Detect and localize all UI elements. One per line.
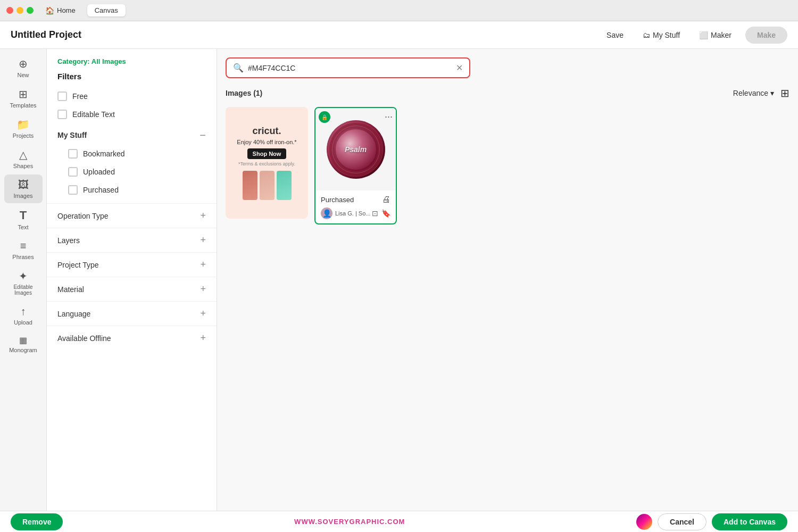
- minimize-button[interactable]: [16, 7, 23, 14]
- app-header: Untitled Project Save 🗂 My Stuff ⬜ Maker…: [0, 21, 798, 49]
- filter-free[interactable]: Free: [47, 87, 217, 105]
- layers-label: Layers: [57, 236, 80, 245]
- language-expand-icon[interactable]: +: [200, 308, 206, 319]
- language-header[interactable]: Language +: [57, 308, 206, 319]
- category-title: Category: All Images: [47, 57, 217, 72]
- sidebar-new-label: New: [17, 72, 29, 78]
- language-label: Language: [57, 310, 90, 318]
- layers-header[interactable]: Layers +: [57, 235, 206, 246]
- material-header[interactable]: Material +: [57, 284, 206, 295]
- card-lock-badge: 🔒: [319, 111, 330, 123]
- color-picker-button[interactable]: [636, 514, 652, 530]
- available-offline-label: Available Offline: [57, 334, 111, 343]
- uploaded-label: Uploaded: [83, 168, 115, 176]
- print-icon: 🖨: [382, 195, 390, 204]
- search-input[interactable]: [248, 64, 452, 72]
- card-author-name: Lisa G. | So...: [335, 210, 370, 217]
- material-expand-icon[interactable]: +: [200, 284, 206, 295]
- maximize-button[interactable]: [27, 7, 34, 14]
- sidebar-item-upload[interactable]: ↑ Upload: [4, 301, 43, 330]
- image-card[interactable]: 🔒 ··· Psalm Purchased 🖨: [314, 107, 397, 225]
- sidebar-item-templates[interactable]: ⊞ Templates: [4, 84, 43, 113]
- search-icon: 🔍: [233, 63, 244, 73]
- bottom-bar: Remove WWW.SOVERYGRAPHIC.COM Cancel Add …: [0, 511, 798, 532]
- tab-home[interactable]: 🏠 Home: [38, 4, 83, 17]
- sidebar-item-phrases[interactable]: ≡ Phrases: [4, 236, 43, 264]
- make-button[interactable]: Make: [745, 27, 787, 44]
- filter-editable-text[interactable]: Editable Text: [47, 105, 217, 123]
- card-actions: 👤 Lisa G. | So... ⊡ 🔖: [315, 207, 396, 223]
- mystuff-label: My Stuff: [653, 31, 680, 39]
- relevance-label: Relevance: [733, 89, 768, 97]
- uploaded-checkbox[interactable]: [68, 167, 78, 177]
- filter-bookmarked[interactable]: Bookmarked: [57, 145, 206, 163]
- free-checkbox[interactable]: [57, 92, 67, 101]
- sidebar-projects-label: Projects: [13, 132, 34, 139]
- expand-icon[interactable]: ⊡: [372, 209, 378, 218]
- shapes-icon: △: [19, 148, 27, 161]
- save-button[interactable]: Save: [601, 28, 629, 43]
- sidebar-upload-label: Upload: [14, 319, 32, 326]
- close-button[interactable]: [6, 7, 13, 14]
- bookmark-icon[interactable]: 🔖: [381, 209, 390, 218]
- cricut-logo: cricut.: [252, 126, 281, 137]
- sidebar-item-projects[interactable]: 📁 Projects: [4, 114, 43, 143]
- sidebar-templates-label: Templates: [10, 102, 36, 109]
- search-clear-icon[interactable]: ✕: [456, 63, 463, 73]
- ad-banner: cricut. Enjoy 40% off iron-on.* Shop Now…: [226, 107, 308, 219]
- ad-text: Enjoy 40% off iron-on.*: [237, 139, 296, 145]
- available-offline-expand-icon[interactable]: +: [200, 332, 206, 344]
- mystuff-button[interactable]: 🗂 My Stuff: [637, 28, 685, 43]
- sidebar-item-editable-images[interactable]: ✦ Editable Images: [4, 265, 43, 300]
- bottom-center: WWW.SOVERYGRAPHIC.COM: [294, 518, 405, 526]
- ad-rolls: [243, 171, 292, 200]
- maker-icon: ⬜: [699, 31, 708, 39]
- tab-canvas-label: Canvas: [95, 6, 118, 14]
- text-icon: T: [20, 209, 27, 222]
- main-content: 🔍 ✕ Images (1) Relevance ▾ ⊞ cricut. Enj…: [217, 49, 798, 511]
- maker-button[interactable]: ⬜ Maker: [694, 28, 737, 43]
- sidebar-item-text[interactable]: T Text: [4, 204, 43, 235]
- material-label: Material: [57, 285, 84, 294]
- monogram-icon: ▦: [19, 335, 27, 345]
- bookmarked-checkbox[interactable]: [68, 149, 78, 159]
- sidebar-item-images[interactable]: 🖼 Images: [4, 174, 43, 203]
- sidebar-item-monogram[interactable]: ▦ Monogram: [4, 331, 43, 358]
- operation-type-section: Operation Type +: [47, 203, 217, 228]
- card-author-row: 👤 Lisa G. | So...: [321, 207, 370, 219]
- tab-home-label: Home: [57, 6, 76, 14]
- icon-sidebar: ⊕ New ⊞ Templates 📁 Projects △ Shapes 🖼 …: [0, 49, 47, 511]
- cancel-button[interactable]: Cancel: [658, 513, 706, 530]
- sidebar-item-new[interactable]: ⊕ New: [4, 53, 43, 82]
- bottom-right: Cancel Add to Canvas: [636, 513, 787, 530]
- titlebar: 🏠 Home Canvas: [0, 0, 798, 21]
- add-to-canvas-button[interactable]: Add to Canvas: [712, 513, 787, 530]
- remove-button[interactable]: Remove: [11, 513, 63, 530]
- relevance-sort[interactable]: Relevance ▾: [733, 89, 774, 97]
- main-layout: ⊕ New ⊞ Templates 📁 Projects △ Shapes 🖼 …: [0, 49, 798, 511]
- grid-view-icon[interactable]: ⊞: [780, 87, 789, 99]
- operation-type-header[interactable]: Operation Type +: [57, 210, 206, 221]
- filter-uploaded[interactable]: Uploaded: [57, 163, 206, 181]
- available-offline-header[interactable]: Available Offline +: [57, 332, 206, 344]
- operation-type-expand-icon[interactable]: +: [200, 210, 206, 221]
- my-stuff-collapse-icon[interactable]: −: [200, 130, 206, 140]
- avatar: 👤: [321, 207, 332, 219]
- shop-now-button[interactable]: Shop Now: [247, 148, 287, 159]
- project-type-header[interactable]: Project Type +: [57, 259, 206, 270]
- upload-icon: ↑: [21, 305, 26, 318]
- project-type-expand-icon[interactable]: +: [200, 259, 206, 270]
- image-card-thumbnail: 🔒 ··· Psalm: [315, 108, 396, 190]
- filter-purchased[interactable]: Purchased: [57, 181, 206, 199]
- tab-canvas[interactable]: Canvas: [87, 4, 126, 16]
- sidebar-item-shapes[interactable]: △ Shapes: [4, 144, 43, 173]
- psalm-text: Psalm: [345, 145, 367, 154]
- mystuff-icon: 🗂: [643, 31, 650, 39]
- maker-label: Maker: [711, 31, 732, 39]
- card-menu-button[interactable]: ···: [385, 111, 393, 122]
- editable-text-checkbox[interactable]: [57, 110, 67, 119]
- my-stuff-section: My Stuff − Bookmarked Uploaded Purchased: [47, 123, 217, 203]
- purchased-checkbox[interactable]: [68, 185, 78, 195]
- sidebar-monogram-label: Monogram: [9, 347, 37, 353]
- layers-expand-icon[interactable]: +: [200, 235, 206, 246]
